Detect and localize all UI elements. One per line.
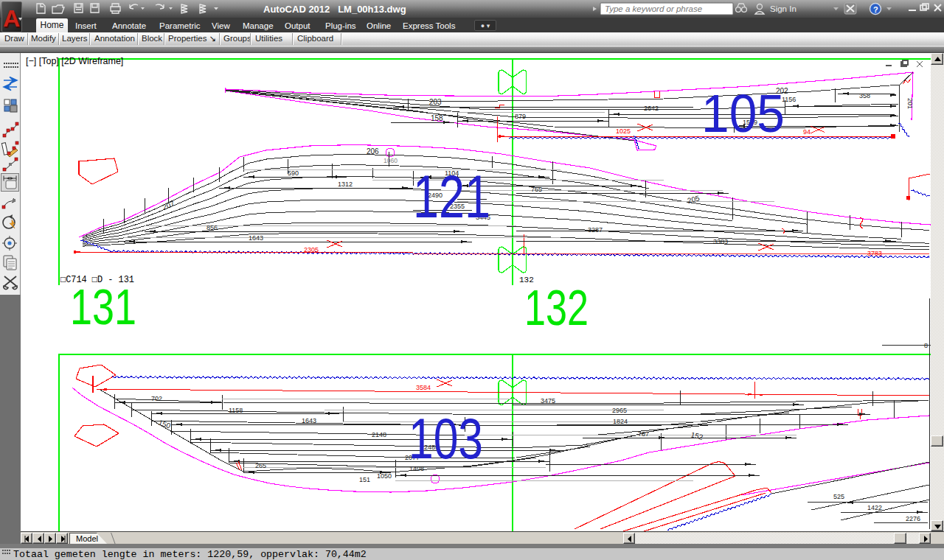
svg-text:2642: 2642 <box>644 105 659 112</box>
svg-text:152: 152 <box>690 430 704 441</box>
svg-text:2276: 2276 <box>906 515 920 522</box>
svg-text:1050: 1050 <box>377 472 392 480</box>
svg-text:856: 856 <box>206 224 218 231</box>
svg-text:1312: 1312 <box>338 181 353 188</box>
svg-text:AutoCAD 2012 LM_00h13.dwg: AutoCAD 2012 LM_00h13.dwg <box>263 4 406 15</box>
svg-text:132: 132 <box>524 279 589 336</box>
svg-text:2965: 2965 <box>612 407 627 414</box>
svg-text:2148: 2148 <box>372 431 386 438</box>
svg-text:1422: 1422 <box>867 504 882 511</box>
svg-text:1824: 1824 <box>613 418 628 425</box>
svg-text:103: 103 <box>409 406 483 471</box>
svg-text:A: A <box>3 5 20 32</box>
svg-text:94: 94 <box>803 128 811 136</box>
svg-text:158: 158 <box>431 114 443 122</box>
svg-text:131: 131 <box>70 279 136 335</box>
svg-text:2305: 2305 <box>304 246 319 253</box>
svg-text:Type a keyword or phrase: Type a keyword or phrase <box>605 4 702 13</box>
svg-text:702: 702 <box>151 395 162 402</box>
svg-text:1158: 1158 <box>229 407 243 414</box>
svg-text:1643: 1643 <box>249 234 263 242</box>
svg-text:590: 590 <box>288 169 299 177</box>
svg-text:151: 151 <box>359 476 370 483</box>
svg-text:1025: 1025 <box>616 127 631 135</box>
svg-text:3475: 3475 <box>541 397 555 405</box>
svg-text:1060: 1060 <box>384 157 398 164</box>
svg-text:105: 105 <box>701 84 785 143</box>
svg-text:525: 525 <box>833 493 844 500</box>
svg-text:Sign In: Sign In <box>770 4 796 13</box>
svg-text:[−] [Top] [2D Wireframe]: [−] [Top] [2D Wireframe] <box>26 56 123 66</box>
svg-text:201: 201 <box>906 98 914 109</box>
svg-text:121: 121 <box>413 163 490 230</box>
svg-text:150: 150 <box>157 419 172 430</box>
svg-text:203: 203 <box>429 98 442 106</box>
svg-text:205: 205 <box>687 194 701 205</box>
svg-text:265: 265 <box>255 462 266 469</box>
svg-text:3383: 3383 <box>713 238 728 245</box>
svg-text:3783: 3783 <box>867 250 882 257</box>
svg-text:358: 358 <box>859 92 870 99</box>
svg-text:3584: 3584 <box>416 384 431 391</box>
svg-text:3287: 3287 <box>588 226 603 234</box>
svg-text:787: 787 <box>638 430 649 438</box>
svg-text:765: 765 <box>531 186 542 193</box>
svg-text:1643: 1643 <box>302 417 316 424</box>
svg-text:206: 206 <box>367 147 379 155</box>
svg-text:?: ? <box>873 5 878 14</box>
svg-text:8: 8 <box>924 342 928 349</box>
svg-text:879: 879 <box>515 113 526 120</box>
